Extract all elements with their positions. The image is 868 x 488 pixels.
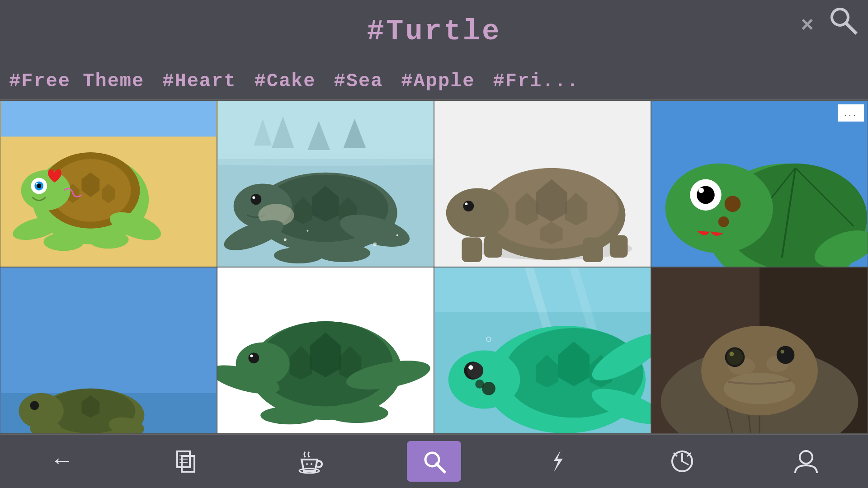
- more-button[interactable]: ...: [838, 104, 864, 122]
- search-icon-top[interactable]: [827, 5, 859, 45]
- svg-point-37: [316, 244, 370, 262]
- svg-point-67: [698, 188, 704, 193]
- turtle-image-2: [217, 101, 434, 267]
- svg-line-1: [846, 23, 855, 33]
- svg-point-39: [284, 239, 287, 241]
- svg-point-38: [274, 247, 323, 263]
- image-grid: ...: [0, 99, 868, 434]
- svg-point-77: [30, 401, 39, 410]
- svg-rect-55: [610, 235, 628, 258]
- grid-cell-7[interactable]: [434, 267, 651, 434]
- svg-rect-56: [462, 238, 482, 263]
- grid-cell-5[interactable]: [0, 267, 217, 434]
- svg-point-69: [718, 216, 729, 227]
- svg-rect-3: [1, 101, 216, 136]
- svg-point-104: [448, 351, 520, 409]
- svg-point-88: [250, 354, 253, 357]
- tag-cake[interactable]: #Cake: [254, 70, 316, 92]
- svg-point-125: [777, 346, 795, 364]
- tag-sea[interactable]: #Sea: [334, 70, 383, 92]
- turtle-image-1: [0, 101, 217, 267]
- svg-point-123: [727, 349, 743, 366]
- tag-heart[interactable]: #Heart: [162, 70, 236, 92]
- svg-point-127: [724, 373, 796, 404]
- nav-pen-button[interactable]: [531, 441, 585, 482]
- svg-point-91: [326, 404, 388, 423]
- svg-point-92: [260, 406, 319, 424]
- svg-point-124: [730, 352, 734, 356]
- svg-point-134: [306, 463, 308, 465]
- svg-point-42: [396, 235, 398, 236]
- turtle-image-7: [434, 267, 651, 433]
- back-arrow-icon: ←: [55, 448, 69, 475]
- nav-back-button[interactable]: ←: [35, 441, 89, 482]
- nav-cafe-button[interactable]: [283, 441, 337, 482]
- svg-rect-57: [484, 235, 502, 258]
- svg-rect-54: [583, 238, 603, 263]
- clock-icon: [669, 448, 695, 474]
- svg-point-126: [781, 350, 784, 354]
- svg-point-40: [307, 230, 308, 232]
- nav-search-button[interactable]: [407, 441, 461, 482]
- svg-point-10: [21, 170, 71, 211]
- turtle-image-6: [217, 267, 434, 433]
- tag-free-theme[interactable]: #Free Theme: [9, 70, 144, 92]
- tag-apple[interactable]: #Apple: [401, 70, 475, 92]
- svg-point-41: [373, 242, 377, 246]
- header: #Turtle ×: [0, 0, 868, 63]
- svg-point-32: [250, 194, 261, 205]
- svg-point-109: [475, 380, 484, 389]
- cafe-icon: [297, 448, 323, 474]
- svg-point-107: [468, 365, 473, 370]
- search-icon-svg: [827, 5, 859, 36]
- svg-point-53: [465, 202, 467, 205]
- grid-cell-4[interactable]: ...: [651, 100, 868, 267]
- grid-cell-2[interactable]: [217, 100, 434, 267]
- svg-rect-129: [182, 456, 194, 472]
- nav-pages-button[interactable]: [159, 441, 213, 482]
- bottom-nav: ←: [0, 434, 868, 488]
- svg-point-135: [311, 463, 312, 465]
- svg-point-13: [37, 184, 41, 188]
- tag-fri[interactable]: #Fri...: [493, 70, 579, 92]
- svg-point-143: [800, 451, 812, 464]
- turtle-image-8: [651, 267, 868, 433]
- svg-point-25: [217, 152, 434, 166]
- svg-point-68: [725, 196, 741, 212]
- grid-cell-1[interactable]: [0, 100, 217, 267]
- grid-cell-8[interactable]: [651, 267, 868, 434]
- close-button[interactable]: ×: [801, 14, 814, 38]
- svg-point-64: [665, 164, 773, 253]
- svg-point-52: [463, 201, 474, 211]
- turtle-image-3: [434, 101, 651, 267]
- pen-icon: [545, 448, 571, 474]
- svg-point-87: [248, 352, 259, 363]
- pages-icon: [174, 449, 198, 474]
- svg-line-137: [437, 464, 444, 472]
- search-icon-nav: [421, 448, 447, 474]
- tags-bar: #Free Theme#Heart#Cake#Sea#Apple#Fri...: [0, 63, 868, 99]
- turtle-image-4: [651, 101, 868, 267]
- svg-point-106: [467, 362, 483, 379]
- svg-point-51: [446, 188, 509, 237]
- svg-point-18: [43, 233, 84, 251]
- svg-line-140: [682, 461, 688, 465]
- svg-point-33: [252, 196, 255, 199]
- nav-profile-button[interactable]: [779, 441, 833, 482]
- svg-point-17: [88, 231, 128, 249]
- grid-cell-6[interactable]: [217, 267, 434, 434]
- grid-cell-3[interactable]: [434, 100, 651, 267]
- svg-point-14: [36, 183, 38, 185]
- profile-icon: [793, 448, 819, 474]
- page-title: #Turtle: [367, 15, 501, 48]
- turtle-image-5: [0, 267, 217, 433]
- nav-clock-button[interactable]: [655, 441, 709, 482]
